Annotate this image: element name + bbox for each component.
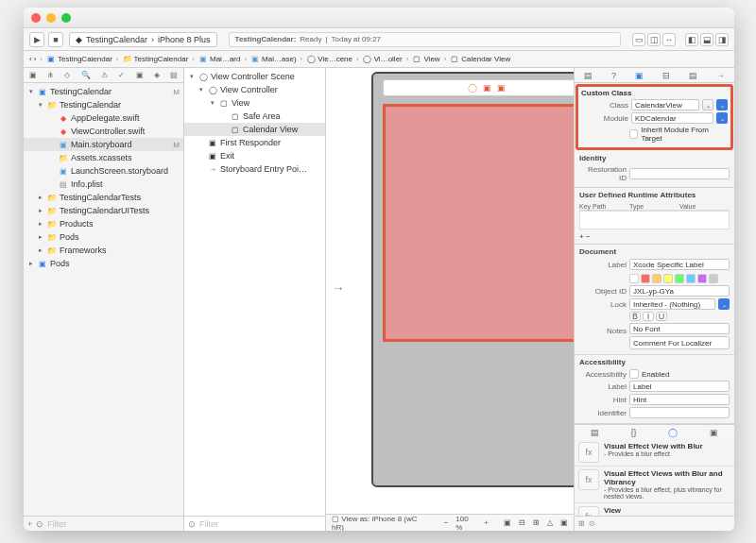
tree-row[interactable]: ▣LaunchScreen.storyboard bbox=[24, 164, 183, 178]
close-icon[interactable] bbox=[31, 13, 41, 23]
code-snippet-icon[interactable]: {} bbox=[631, 428, 637, 437]
issue-icon[interactable]: ⚠ bbox=[101, 71, 108, 79]
pin-button[interactable]: ⊞ bbox=[533, 518, 540, 527]
calendar-view[interactable] bbox=[383, 104, 574, 342]
search-icon[interactable]: 🔍 bbox=[81, 71, 91, 79]
assistant-editor-button[interactable]: ◫ bbox=[647, 33, 661, 46]
minimize-icon[interactable] bbox=[46, 13, 56, 23]
breakpoint-icon[interactable]: ◈ bbox=[154, 71, 160, 79]
vc-icon[interactable]: ◯ bbox=[468, 83, 477, 93]
notes-font-field[interactable]: No Font bbox=[629, 323, 730, 334]
file-inspector-icon[interactable]: ▤ bbox=[584, 71, 593, 80]
zoom-icon[interactable] bbox=[61, 13, 71, 23]
toggle-navigator-button[interactable]: ◧ bbox=[685, 33, 698, 46]
tree-row[interactable]: ▾▣TestingCalendarM bbox=[24, 85, 183, 98]
attributes-inspector-icon[interactable]: ⊟ bbox=[662, 71, 670, 80]
tree-row[interactable]: 📁Assets.xcassets bbox=[24, 151, 183, 164]
device-frame[interactable]: ◯ ▣ ▣ bbox=[371, 72, 574, 487]
acc-identifier-field[interactable] bbox=[629, 407, 730, 418]
restoration-field[interactable] bbox=[629, 168, 730, 179]
add-button[interactable]: + bbox=[27, 519, 32, 529]
breadcrumb-storyboard[interactable]: ▣Mai…ard bbox=[198, 55, 249, 64]
scm-icon[interactable]: ⋔ bbox=[47, 71, 54, 79]
tree-row[interactable]: ▸📁TestingCalendarTests bbox=[24, 191, 183, 204]
standard-editor-button[interactable]: ▭ bbox=[632, 33, 645, 46]
library-item[interactable]: fxView - Represents a rectangular region… bbox=[575, 503, 734, 516]
stop-button[interactable]: ■ bbox=[48, 32, 63, 47]
tree-row[interactable]: ▸📁Pods bbox=[24, 230, 183, 244]
file-template-icon[interactable]: ▤ bbox=[591, 428, 599, 437]
jump-forward-button[interactable]: › bbox=[34, 55, 44, 63]
first-responder-icon[interactable]: ▣ bbox=[483, 83, 491, 93]
align-button[interactable]: ⊟ bbox=[519, 518, 525, 527]
breadcrumb-group[interactable]: 📁TestingCalendar bbox=[123, 55, 197, 64]
outline-row[interactable]: ▾▢View bbox=[184, 96, 325, 110]
tree-row[interactable]: ▸▣Pods bbox=[24, 257, 183, 270]
acc-hint-field[interactable]: Hint bbox=[629, 394, 730, 405]
run-button[interactable]: ▶ bbox=[29, 32, 44, 47]
class-field[interactable]: CalendarView bbox=[631, 99, 699, 110]
tree-row[interactable]: ▣Main.storyboardM bbox=[24, 138, 183, 151]
breadcrumb-vc[interactable]: ◯Vi…oller bbox=[363, 55, 411, 64]
outline-tree[interactable]: ▾◯View Controller Scene▾◯View Controller… bbox=[184, 68, 325, 516]
bold-button[interactable]: B bbox=[629, 312, 641, 321]
doc-label-field[interactable]: Xcode Specific Label bbox=[629, 259, 730, 270]
identity-inspector-icon[interactable]: ▣ bbox=[635, 71, 644, 80]
breadcrumb-base[interactable]: ▣Mai…ase) bbox=[250, 55, 304, 64]
italic-button[interactable]: I bbox=[643, 312, 654, 321]
outline-row[interactable]: ▢Safe Area bbox=[184, 110, 325, 123]
class-dropdown[interactable]: ⌄ bbox=[716, 99, 728, 110]
zoom-level[interactable]: 100 % bbox=[455, 515, 476, 532]
outline-row[interactable]: ▣Exit bbox=[184, 149, 325, 162]
outline-row[interactable]: ▢Calendar View bbox=[184, 123, 325, 136]
filter-field[interactable]: Filter bbox=[47, 519, 66, 529]
lock-field[interactable]: Inherited - (Nothing) bbox=[629, 298, 715, 310]
test-icon[interactable]: ✓ bbox=[118, 71, 125, 79]
tree-row[interactable]: ▸📁Products bbox=[24, 217, 183, 230]
library-tabs[interactable]: ▤ {} ◯ ▣ bbox=[575, 424, 734, 439]
inherit-checkbox[interactable] bbox=[629, 129, 639, 139]
inspector-tabs[interactable]: ▤ ? ▣ ⊟ ▤ → bbox=[575, 68, 734, 83]
breadcrumb-scene[interactable]: ◯Vie…cene bbox=[306, 55, 360, 64]
jump-back-button[interactable]: ‹ bbox=[29, 55, 32, 63]
object-library[interactable]: fxVisual Effect View with Blur - Provide… bbox=[575, 439, 734, 516]
grid-icon[interactable]: ⊞ bbox=[578, 519, 585, 528]
tree-row[interactable]: ▸📁Frameworks bbox=[24, 244, 183, 257]
tree-row[interactable]: ◆AppDelegate.swift bbox=[24, 111, 183, 125]
help-inspector-icon[interactable]: ? bbox=[611, 71, 616, 80]
connections-inspector-icon[interactable]: → bbox=[716, 71, 725, 80]
library-item[interactable]: fxVisual Effect Views with Blur and Vibr… bbox=[575, 467, 734, 503]
breadcrumb-project[interactable]: ▣TestingCalendar bbox=[46, 55, 120, 64]
tree-row[interactable]: ▤Info.plist bbox=[24, 178, 183, 191]
tree-row[interactable]: ▾📁TestingCalendar bbox=[24, 98, 183, 111]
jump-bar[interactable]: ‹ › ▣TestingCalendar 📁TestingCalendar ▣M… bbox=[24, 51, 734, 68]
filter-field[interactable]: Filter bbox=[199, 519, 218, 529]
class-stepper[interactable]: ⌄ bbox=[702, 99, 713, 110]
symbol-icon[interactable]: ◇ bbox=[64, 71, 70, 79]
zoom-out-button[interactable]: − bbox=[444, 518, 449, 527]
folder-icon[interactable]: ▣ bbox=[29, 71, 37, 79]
outline-row[interactable]: ▾◯View Controller Scene bbox=[184, 70, 325, 83]
acc-label-field[interactable]: Label bbox=[629, 381, 730, 392]
label-color-swatches[interactable] bbox=[629, 274, 718, 283]
scene-dock[interactable]: ◯ ▣ ▣ bbox=[383, 79, 574, 96]
module-dropdown[interactable]: ⌄ bbox=[716, 112, 728, 124]
debug-icon[interactable]: ▣ bbox=[136, 71, 144, 79]
report-icon[interactable]: ▤ bbox=[170, 71, 178, 79]
navigator-tabs[interactable]: ▣ ⋔ ◇ 🔍 ⚠ ✓ ▣ ◈ ▤ bbox=[24, 68, 183, 83]
add-attr-button[interactable]: + bbox=[579, 232, 584, 241]
version-editor-button[interactable]: ↔ bbox=[662, 33, 676, 46]
module-field[interactable]: KDCalendar bbox=[631, 112, 713, 124]
scheme-selector[interactable]: ◆ TestingCalendar › iPhone 8 Plus bbox=[69, 32, 217, 47]
exit-icon[interactable]: ▣ bbox=[497, 83, 506, 93]
outline-row[interactable]: ▣First Responder bbox=[184, 136, 325, 149]
notes-field[interactable]: Comment For Localizer bbox=[629, 336, 730, 349]
tree-row[interactable]: ◆ViewController.swift bbox=[24, 125, 183, 138]
breadcrumb-view[interactable]: ▢View bbox=[412, 55, 448, 64]
zoom-in-button[interactable]: + bbox=[484, 518, 489, 527]
breadcrumb-calendar-view[interactable]: ▢Calendar View bbox=[450, 55, 510, 64]
activity-viewer[interactable]: TestingCalendar: Ready | Today at 09:27 bbox=[229, 32, 621, 47]
underline-button[interactable]: U bbox=[656, 312, 667, 321]
resolve-button[interactable]: △ bbox=[547, 518, 553, 527]
project-tree[interactable]: ▾▣TestingCalendarM▾📁TestingCalendar◆AppD… bbox=[24, 83, 183, 516]
